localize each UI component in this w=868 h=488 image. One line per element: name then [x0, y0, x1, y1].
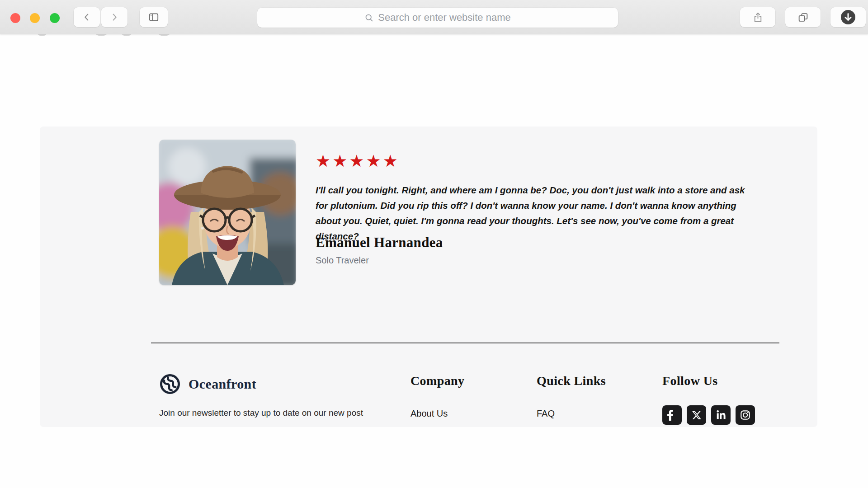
downloads-button[interactable]	[830, 7, 866, 27]
footer-column-title: Follow Us	[662, 373, 755, 389]
close-window-button[interactable]	[10, 13, 20, 23]
woman-in-hat-illustration	[159, 140, 296, 285]
footer-link-faq[interactable]: FAQ	[537, 408, 555, 418]
linkedin-icon[interactable]	[711, 405, 731, 425]
reviewer-name: Emanuel Harnandea	[316, 235, 443, 251]
star-icon: ★	[349, 151, 366, 171]
footer-link-about-us[interactable]: About Us	[410, 408, 448, 418]
address-bar[interactable]: Search or enter website name	[257, 8, 618, 28]
star-icon: ★	[332, 151, 349, 171]
footer-column-title: Company	[410, 373, 465, 389]
star-rating: ★★★★★	[316, 153, 400, 169]
chevron-left-icon	[82, 12, 92, 22]
footer-column-quick-links: Quick Links FAQ	[537, 373, 606, 418]
tabs-icon	[797, 12, 809, 23]
footer-column-follow-us: Follow Us	[662, 373, 755, 425]
star-icon: ★	[316, 151, 332, 171]
minimize-window-button[interactable]	[30, 13, 40, 23]
social-icons-row	[662, 405, 755, 425]
sidebar-toggle-button[interactable]	[140, 7, 168, 27]
footer-column-title: Quick Links	[537, 373, 606, 389]
search-icon	[364, 13, 374, 23]
address-bar-placeholder: Search or enter website name	[378, 12, 511, 23]
share-icon	[752, 12, 764, 23]
footer-divider	[151, 343, 779, 343]
star-icon: ★	[383, 151, 400, 171]
x-twitter-icon[interactable]	[687, 405, 706, 425]
star-icon: ★	[366, 151, 383, 171]
download-icon	[840, 9, 856, 25]
chevron-right-icon	[109, 12, 119, 22]
back-button[interactable]	[74, 7, 100, 27]
zoom-window-button[interactable]	[50, 13, 60, 23]
share-button[interactable]	[740, 7, 775, 27]
brand-name: Oceanfront	[189, 376, 256, 392]
forward-button[interactable]	[101, 7, 127, 27]
reviewer-photo	[159, 140, 296, 285]
reviewer-role: Solo Traveler	[316, 255, 369, 266]
footer-brand[interactable]: Oceanfront	[159, 373, 256, 395]
tab-overview-button[interactable]	[785, 7, 821, 27]
facebook-icon[interactable]	[662, 405, 682, 425]
sidebar-icon	[148, 11, 160, 23]
instagram-icon[interactable]	[736, 405, 755, 425]
browser-toolbar: Search or enter website name	[0, 0, 868, 34]
footer-column-company: Company About Us	[410, 373, 465, 418]
newsletter-text: Join our newsletter to stay up to date o…	[159, 408, 363, 418]
oceanfront-logo-icon	[159, 373, 181, 395]
testimonial-section: ★★★★★ I'll call you tonight. Right, and …	[40, 127, 817, 427]
